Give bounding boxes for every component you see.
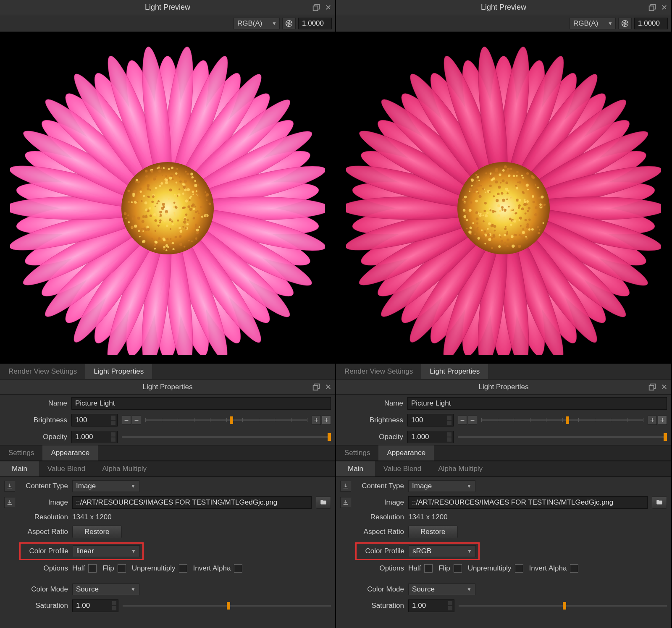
options-label: Options xyxy=(19,564,68,573)
saturation-input[interactable]: 1.00 xyxy=(72,599,118,612)
svg-point-1 xyxy=(286,20,292,26)
close-icon[interactable]: ✕ xyxy=(659,382,669,392)
tab-settings[interactable]: Settings xyxy=(336,445,378,461)
restore-button[interactable]: Restore xyxy=(72,526,122,538)
preview-viewport[interactable] xyxy=(0,32,335,364)
opacity-slider[interactable] xyxy=(458,431,667,443)
download-icon[interactable] xyxy=(4,497,15,508)
color-profile-select[interactable]: linear▼ xyxy=(73,545,140,557)
svg-rect-275 xyxy=(313,385,318,390)
color-mode-select[interactable]: Source▼ xyxy=(72,584,139,595)
opacity-input[interactable]: 1.000 xyxy=(407,431,454,443)
close-icon[interactable]: ✕ xyxy=(659,3,669,12)
svg-point-124 xyxy=(142,215,145,218)
tab-render-view[interactable]: Render View Settings xyxy=(336,364,421,379)
svg-point-75 xyxy=(183,220,186,223)
tab-alpha-multiply[interactable]: Alpha Multiply xyxy=(430,461,491,476)
tab-settings[interactable]: Settings xyxy=(0,445,42,461)
brightness-minus-small[interactable]: − xyxy=(122,416,131,425)
download-icon[interactable] xyxy=(340,497,351,508)
brightness-plus[interactable]: + xyxy=(648,416,657,425)
svg-point-356 xyxy=(501,192,503,195)
download-icon[interactable] xyxy=(4,481,15,492)
svg-point-92 xyxy=(154,243,157,246)
browse-button[interactable] xyxy=(652,496,667,509)
svg-point-196 xyxy=(185,171,187,173)
content-type-select[interactable]: Image▼ xyxy=(72,480,139,492)
svg-point-88 xyxy=(128,221,130,223)
opt-unpremultiply-checkbox[interactable] xyxy=(179,564,187,573)
brightness-slider[interactable] xyxy=(481,414,643,427)
brightness-minus-small[interactable]: − xyxy=(458,416,467,425)
tab-alpha-multiply[interactable]: Alpha Multiply xyxy=(94,461,155,476)
opt-flip-checkbox[interactable] xyxy=(454,564,462,573)
svg-point-337 xyxy=(475,200,478,202)
opt-flip-checkbox[interactable] xyxy=(118,564,126,573)
name-input[interactable]: Picture Light xyxy=(71,397,331,410)
opt-half-checkbox[interactable] xyxy=(424,564,433,573)
svg-point-216 xyxy=(189,197,191,199)
svg-point-339 xyxy=(495,181,498,183)
brightness-input[interactable]: 100 xyxy=(407,414,454,427)
opacity-input[interactable]: 1.000 xyxy=(71,431,118,443)
undock-icon[interactable] xyxy=(648,3,657,12)
tab-value-blend[interactable]: Value Blend xyxy=(375,461,430,476)
opacity-slider[interactable] xyxy=(122,431,331,443)
close-icon[interactable]: ✕ xyxy=(323,382,333,392)
exposure-field[interactable]: 1.0000 xyxy=(298,18,332,29)
image-path-input[interactable]: ::/ART/RESOURCES/IMAGES FOR TESTING/MTLG… xyxy=(72,496,312,509)
svg-point-526 xyxy=(495,169,498,172)
tab-appearance[interactable]: Appearance xyxy=(42,445,98,461)
tab-value-blend[interactable]: Value Blend xyxy=(39,461,94,476)
close-icon[interactable]: ✕ xyxy=(323,3,333,12)
tab-main[interactable]: Main xyxy=(0,461,39,476)
brightness-plus[interactable]: + xyxy=(312,416,321,425)
svg-point-465 xyxy=(497,204,500,207)
tab-appearance[interactable]: Appearance xyxy=(378,445,434,461)
undock-icon[interactable] xyxy=(312,3,321,12)
undock-icon[interactable] xyxy=(312,382,321,392)
name-input[interactable]: Picture Light xyxy=(407,397,667,410)
restore-button[interactable]: Restore xyxy=(408,526,458,538)
appearance-main-section: Content Type Image▼ Image ::/ART/RESOURC… xyxy=(0,477,335,615)
tab-render-view[interactable]: Render View Settings xyxy=(0,364,85,379)
brightness-input[interactable]: 100 xyxy=(71,414,118,427)
channel-dropdown[interactable]: RGB(A) ▼ xyxy=(570,18,616,29)
aperture-button[interactable] xyxy=(618,18,632,29)
aperture-button[interactable] xyxy=(282,18,296,29)
exposure-field[interactable]: 1.0000 xyxy=(634,18,668,29)
tab-light-properties[interactable]: Light Properties xyxy=(85,364,152,379)
svg-point-443 xyxy=(504,165,507,168)
color-profile-select[interactable]: sRGB▼ xyxy=(409,545,476,557)
svg-point-241 xyxy=(142,220,144,223)
svg-point-540 xyxy=(514,234,516,236)
brightness-plus-big[interactable]: + xyxy=(322,416,331,425)
svg-point-136 xyxy=(158,214,160,216)
chevron-down-icon: ▼ xyxy=(131,548,136,554)
opt-unpremultiply-checkbox[interactable] xyxy=(515,564,523,573)
brightness-minus[interactable]: − xyxy=(132,416,141,425)
channel-dropdown[interactable]: RGB(A) ▼ xyxy=(234,18,280,29)
undock-icon[interactable] xyxy=(648,382,657,392)
saturation-input[interactable]: 1.00 xyxy=(408,599,454,612)
tab-main[interactable]: Main xyxy=(336,461,375,476)
image-path-input[interactable]: ::/ART/RESOURCES/IMAGES FOR TESTING/MTLG… xyxy=(408,496,648,509)
preview-viewport[interactable] xyxy=(336,32,671,364)
opt-invert-alpha-checkbox[interactable] xyxy=(570,564,578,573)
saturation-slider[interactable] xyxy=(459,599,667,612)
opt-invert-alpha-checkbox[interactable] xyxy=(234,564,242,573)
brightness-minus[interactable]: − xyxy=(468,416,477,425)
brightness-slider[interactable] xyxy=(145,414,307,427)
brightness-plus-big[interactable]: + xyxy=(658,416,667,425)
color-mode-select[interactable]: Source▼ xyxy=(408,584,475,595)
chevron-down-icon: ▼ xyxy=(467,483,472,489)
svg-point-457 xyxy=(509,218,512,220)
content-type-select[interactable]: Image▼ xyxy=(408,480,475,492)
appearance-subtabs: Main Value Blend Alpha Multiply xyxy=(336,461,671,477)
download-icon[interactable] xyxy=(340,481,351,492)
saturation-slider[interactable] xyxy=(123,599,331,612)
tab-light-properties[interactable]: Light Properties xyxy=(421,364,488,379)
browse-button[interactable] xyxy=(316,496,331,509)
svg-point-192 xyxy=(192,176,194,178)
opt-half-checkbox[interactable] xyxy=(88,564,97,573)
